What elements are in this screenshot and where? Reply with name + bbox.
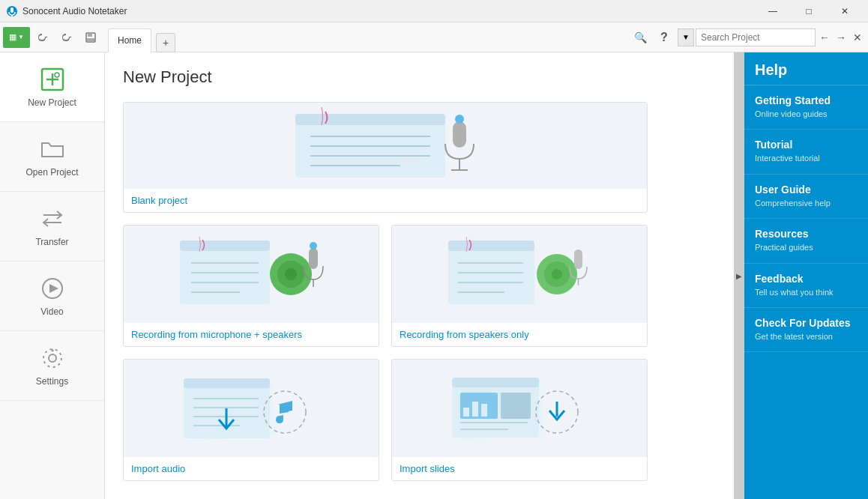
help-item-feedback-title: Feedback — [755, 273, 858, 285]
menu-button[interactable]: ▦ ▼ — [3, 27, 30, 48]
sidebar-item-open-project-label: Open Project — [25, 167, 78, 178]
save-button[interactable] — [79, 27, 102, 48]
project-grid: Blank project — [123, 102, 648, 481]
card-mic-speakers[interactable]: Recording from microphone + speakers — [123, 225, 379, 347]
card-blank-project[interactable]: Blank project — [123, 102, 648, 213]
video-icon — [39, 275, 66, 302]
search-forward-button[interactable]: → — [834, 28, 849, 46]
sidebar-item-settings-label: Settings — [36, 376, 68, 387]
tab-home[interactable]: Home — [108, 28, 151, 52]
svg-point-25 — [455, 115, 464, 124]
svg-rect-39 — [448, 241, 534, 251]
card-speakers-only[interactable]: Recording from speakers only — [391, 225, 648, 347]
card-speakers-only-label: Recording from speakers only — [392, 323, 647, 346]
open-project-icon — [39, 136, 66, 163]
help-icon: ? — [660, 31, 668, 44]
svg-point-34 — [285, 268, 297, 280]
card-import-audio-image — [124, 360, 379, 457]
search-input[interactable] — [696, 28, 816, 46]
help-item-tutorial-desc: Interactive tutorial — [755, 153, 858, 164]
toolbar-left: ▦ ▼ — [3, 27, 102, 48]
svg-rect-5 — [87, 38, 94, 42]
tab-home-label: Home — [118, 35, 142, 46]
zoom-icon: 🔍 — [634, 31, 647, 43]
app-title: Sonocent Audio Notetaker — [22, 6, 756, 16]
sidebar-item-new-project[interactable]: New Project — [0, 52, 104, 122]
search-close-button[interactable]: ✕ — [850, 28, 865, 46]
svg-rect-1 — [10, 7, 13, 13]
help-item-check-updates-desc: Get the latest version — [755, 331, 858, 342]
svg-rect-51 — [184, 378, 270, 388]
help-item-feedback-desc: Tell us what you think — [755, 287, 858, 298]
collapse-icon: ▶ — [736, 272, 742, 280]
card-mic-speakers-label: Recording from microphone + speakers — [124, 323, 379, 346]
svg-rect-22 — [453, 121, 466, 148]
help-item-getting-started-desc: Online video guides — [755, 109, 858, 120]
svg-point-9 — [55, 73, 59, 77]
help-item-user-guide-desc: Comprehensive help — [755, 198, 858, 209]
sidebar-item-video[interactable]: Video — [0, 261, 104, 331]
help-panel: Help Getting Started Online video guides… — [744, 52, 868, 499]
svg-rect-35 — [309, 248, 318, 269]
help-button[interactable]: ? — [654, 27, 675, 48]
undo-button[interactable] — [31, 27, 54, 48]
sidebar: New Project Open Project Transfer — [0, 52, 105, 499]
help-item-tutorial-title: Tutorial — [755, 139, 858, 151]
card-mic-speakers-image — [124, 226, 379, 323]
toolbar: ▦ ▼ Home + 🔍 — [0, 22, 868, 52]
toolbar-right: 🔍 ? ▼ ← → ✕ — [630, 27, 865, 48]
card-import-audio[interactable]: Import audio — [123, 359, 379, 481]
window-controls: — □ ✕ — [756, 0, 862, 22]
new-tab-button[interactable]: + — [156, 33, 175, 52]
redo-button[interactable] — [55, 27, 78, 48]
redo-icon — [61, 31, 73, 43]
svg-rect-17 — [295, 114, 445, 125]
svg-rect-27 — [180, 241, 270, 251]
card-import-slides[interactable]: Import slides — [391, 359, 648, 481]
help-item-resources[interactable]: Resources Practical guides — [744, 219, 868, 263]
card-blank-image — [124, 103, 647, 189]
minimize-button[interactable]: — — [756, 0, 790, 22]
zoom-button[interactable]: 🔍 — [630, 27, 651, 48]
search-dropdown[interactable]: ▼ — [678, 28, 694, 46]
menu-dropdown-icon: ▼ — [18, 34, 24, 40]
help-item-feedback[interactable]: Feedback Tell us what you think — [744, 264, 868, 308]
svg-point-46 — [552, 269, 562, 279]
help-item-user-guide[interactable]: User Guide Comprehensive help — [744, 175, 868, 219]
page-title: New Project — [123, 67, 716, 87]
svg-rect-65 — [481, 404, 487, 417]
maximize-button[interactable]: □ — [792, 0, 826, 22]
svg-marker-13 — [49, 284, 58, 293]
help-collapse-button[interactable]: ▶ — [734, 52, 744, 499]
svg-rect-63 — [463, 408, 469, 417]
close-button[interactable]: ✕ — [828, 0, 862, 22]
svg-point-15 — [43, 349, 61, 367]
svg-point-14 — [49, 354, 56, 362]
search-back-button[interactable]: ← — [817, 28, 832, 46]
help-item-tutorial[interactable]: Tutorial Interactive tutorial — [744, 130, 868, 174]
sidebar-item-video-label: Video — [40, 306, 63, 317]
save-icon — [85, 31, 97, 43]
sidebar-item-new-project-label: New Project — [28, 97, 76, 108]
sidebar-item-transfer-label: Transfer — [35, 237, 68, 247]
main-layout: New Project Open Project Transfer — [0, 52, 868, 499]
svg-rect-62 — [501, 393, 531, 419]
svg-point-37 — [310, 242, 317, 250]
help-header: Help — [744, 52, 868, 85]
new-project-icon — [39, 66, 66, 93]
svg-rect-4 — [88, 33, 92, 37]
card-import-slides-label: Import slides — [392, 457, 647, 480]
help-item-user-guide-title: User Guide — [755, 184, 858, 196]
help-item-check-updates[interactable]: Check For Updates Get the latest version — [744, 308, 868, 352]
svg-rect-64 — [472, 402, 478, 417]
card-speakers-only-image — [392, 226, 647, 323]
sidebar-item-transfer[interactable]: Transfer — [0, 192, 104, 261]
sidebar-item-open-project[interactable]: Open Project — [0, 122, 104, 192]
card-import-slides-image — [392, 360, 647, 457]
help-item-getting-started[interactable]: Getting Started Online video guides — [744, 85, 868, 130]
help-item-resources-desc: Practical guides — [755, 242, 858, 253]
sidebar-item-settings[interactable]: Settings — [0, 331, 104, 401]
transfer-icon — [39, 205, 66, 232]
content-area: SOFTPEDIA New Project — [105, 52, 734, 499]
svg-rect-2 — [11, 15, 13, 16]
